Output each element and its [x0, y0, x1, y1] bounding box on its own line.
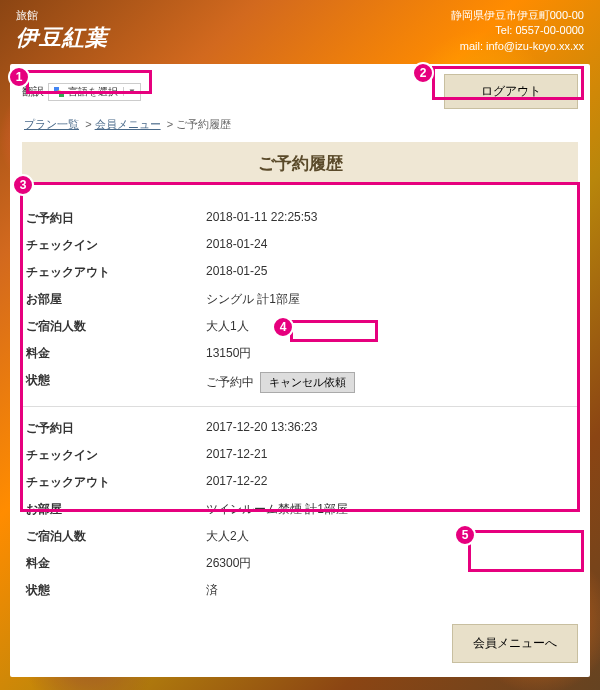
row-value: 大人1人 — [206, 318, 574, 335]
callout-badge: 2 — [412, 62, 434, 84]
logo-title: 伊豆紅葉 — [16, 25, 108, 50]
callout-badge: 1 — [8, 66, 30, 88]
contact-info: 静岡県伊豆市伊豆町000-00 Tel: 0557-00-0000 mail: … — [451, 8, 584, 54]
row-value: 2018-01-24 — [206, 237, 574, 254]
table-row: 料金13150円 — [22, 340, 578, 367]
row-value: 13150円 — [206, 345, 574, 362]
row-label: 状態 — [26, 372, 206, 393]
row-label: 状態 — [26, 582, 206, 599]
table-row: 料金26300円 — [22, 550, 578, 577]
breadcrumb-separator: > — [167, 118, 173, 130]
row-value: 2018-01-25 — [206, 264, 574, 281]
breadcrumb-member-menu[interactable]: 会員メニュー — [95, 118, 161, 130]
row-label: ご宿泊人数 — [26, 318, 206, 335]
callout-badge: 4 — [272, 316, 294, 338]
row-label: 料金 — [26, 345, 206, 362]
row-label: チェックイン — [26, 237, 206, 254]
row-label: チェックアウト — [26, 264, 206, 281]
callout-badge: 5 — [454, 524, 476, 546]
callout-badge: 3 — [12, 174, 34, 196]
reservation-block: ご予約日2018-01-11 22:25:53チェックイン2018-01-24チ… — [22, 197, 578, 407]
row-label: ご予約日 — [26, 420, 206, 437]
cancel-request-button[interactable]: キャンセル依頼 — [260, 372, 355, 393]
table-row: 状態済 — [22, 577, 578, 604]
row-label: ご予約日 — [26, 210, 206, 227]
language-select[interactable]: 言語を選択 ▼ — [48, 83, 141, 101]
table-row: チェックイン2017-12-21 — [22, 442, 578, 469]
row-label: チェックイン — [26, 447, 206, 464]
table-row: 状態ご予約中キャンセル依頼 — [22, 367, 578, 398]
row-value: 26300円 — [206, 555, 574, 572]
mail-text: mail: info@izu-koyo.xx.xx — [451, 39, 584, 54]
table-row: ご予約日2018-01-11 22:25:53 — [22, 205, 578, 232]
site-header: 旅館 伊豆紅葉 静岡県伊豆市伊豆町000-00 Tel: 0557-00-000… — [0, 0, 600, 58]
page-title: ご予約履歴 — [22, 142, 578, 185]
row-label: お部屋 — [26, 291, 206, 308]
row-label: 料金 — [26, 555, 206, 572]
breadcrumb: プラン一覧 > 会員メニュー > ご予約履歴 — [22, 117, 578, 132]
row-value: 2017-12-22 — [206, 474, 574, 491]
top-row: 翻訳 言語を選択 ▼ ログアウト — [22, 74, 578, 109]
row-value: 済 — [206, 582, 574, 599]
reservation-block: ご予約日2017-12-20 13:36:23チェックイン2017-12-21チ… — [22, 407, 578, 612]
table-row: お部屋シングル 計1部屋 — [22, 286, 578, 313]
row-value: 2017-12-20 13:36:23 — [206, 420, 574, 437]
row-value: ご予約中キャンセル依頼 — [206, 372, 574, 393]
translate-label: 翻訳 — [22, 84, 44, 99]
table-row: ご予約日2017-12-20 13:36:23 — [22, 415, 578, 442]
row-label: お部屋 — [26, 501, 206, 518]
table-row: ご宿泊人数大人2人 — [22, 523, 578, 550]
table-row: チェックイン2018-01-24 — [22, 232, 578, 259]
logo-subtitle: 旅館 — [16, 8, 108, 23]
row-value: シングル 計1部屋 — [206, 291, 574, 308]
reservation-history: ご予約日2018-01-11 22:25:53チェックイン2018-01-24チ… — [22, 197, 578, 612]
breadcrumb-current: ご予約履歴 — [176, 118, 231, 130]
row-value: 2017-12-21 — [206, 447, 574, 464]
breadcrumb-plan-list[interactable]: プラン一覧 — [24, 118, 79, 130]
footer-button-row: 会員メニューへ — [22, 624, 578, 663]
main-panel: 翻訳 言語を選択 ▼ ログアウト プラン一覧 > 会員メニュー > ご予約履歴 … — [10, 64, 590, 677]
row-value: 大人2人 — [206, 528, 574, 545]
table-row: チェックアウト2018-01-25 — [22, 259, 578, 286]
translate-widget: 翻訳 言語を選択 ▼ — [22, 82, 141, 102]
member-menu-button[interactable]: 会員メニューへ — [452, 624, 578, 663]
logout-button[interactable]: ログアウト — [444, 74, 578, 109]
svg-rect-2 — [58, 90, 61, 93]
chevron-down-icon: ▼ — [123, 87, 136, 96]
logo: 旅館 伊豆紅葉 — [16, 8, 108, 53]
breadcrumb-separator: > — [85, 118, 91, 130]
row-label: ご宿泊人数 — [26, 528, 206, 545]
address-text: 静岡県伊豆市伊豆町000-00 — [451, 8, 584, 23]
language-select-label: 言語を選択 — [68, 85, 118, 99]
row-value: 2018-01-11 22:25:53 — [206, 210, 574, 227]
table-row: お部屋ツインルーム禁煙 計1部屋 — [22, 496, 578, 523]
row-label: チェックアウト — [26, 474, 206, 491]
table-row: ご宿泊人数大人1人 — [22, 313, 578, 340]
google-translate-icon — [53, 86, 65, 98]
tel-text: Tel: 0557-00-0000 — [451, 23, 584, 38]
row-value: ツインルーム禁煙 計1部屋 — [206, 501, 574, 518]
table-row: チェックアウト2017-12-22 — [22, 469, 578, 496]
